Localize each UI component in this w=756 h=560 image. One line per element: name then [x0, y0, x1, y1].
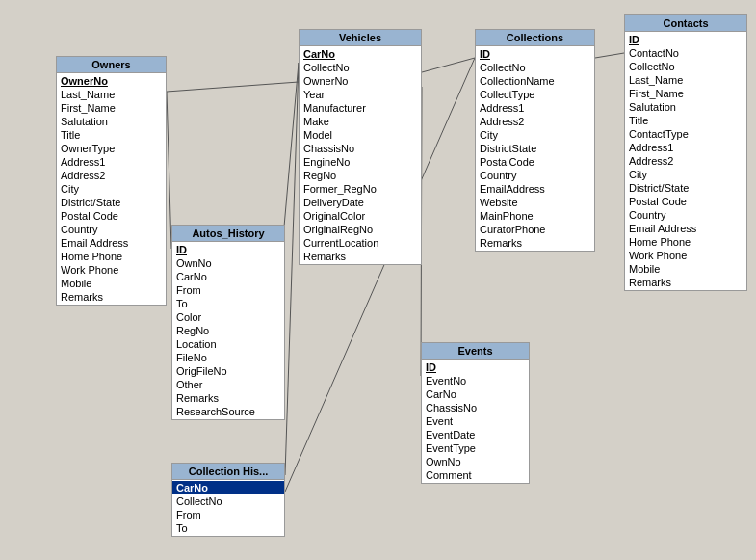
table-row: ContactNo	[625, 46, 746, 60]
table-row: Title	[57, 128, 166, 142]
table-row: City	[57, 182, 166, 196]
table-row: Email Address	[625, 222, 746, 235]
table-row: Former_RegNo	[300, 182, 421, 196]
table-row: Event	[422, 414, 529, 428]
table-row: Address2	[476, 115, 594, 128]
table-vehicles-body: CarNo CollectNo OwnerNo Year Manufacture…	[300, 46, 421, 264]
svg-line-0	[167, 82, 299, 92]
table-row: Country	[57, 223, 166, 236]
table-row: Color	[172, 310, 284, 324]
table-row: Model	[300, 128, 421, 142]
table-collection-his-body: CarNo CollectNo From To	[172, 480, 284, 536]
table-row: CollectionName	[476, 74, 594, 88]
table-row: Postal Code	[57, 209, 166, 223]
table-row: District/State	[57, 196, 166, 209]
table-row: ContactType	[625, 127, 746, 141]
table-owners[interactable]: Owners OwnerNo Last_Name First_Name Salu…	[56, 56, 167, 306]
table-row: ChassisNo	[300, 142, 421, 155]
table-row: RegNo	[172, 324, 284, 337]
table-row: OwnerNo	[57, 74, 166, 88]
table-row: Address2	[625, 154, 746, 168]
table-row: Country	[476, 169, 594, 182]
table-row: CarNo	[422, 387, 529, 401]
table-row: DeliveryDate	[300, 196, 421, 209]
svg-line-2	[282, 63, 299, 249]
table-row: District/State	[625, 181, 746, 195]
table-row: ChassisNo	[422, 401, 529, 414]
table-contacts-header: Contacts	[625, 15, 746, 32]
table-events-header: Events	[422, 343, 529, 360]
table-row: EmailAddress	[476, 182, 594, 196]
table-collection-his[interactable]: Collection His... CarNo CollectNo From T…	[171, 463, 285, 537]
table-row: RegNo	[300, 169, 421, 182]
svg-line-3	[422, 58, 475, 72]
table-row: Last_Name	[625, 73, 746, 87]
db-canvas: Owners OwnerNo Last_Name First_Name Salu…	[0, 0, 756, 560]
table-row: OwnNo	[422, 455, 529, 468]
table-events-body: ID EventNo CarNo ChassisNo Event EventDa…	[422, 360, 529, 483]
table-row: EventDate	[422, 428, 529, 441]
table-row: CuratorPhone	[476, 223, 594, 236]
table-row: Manufacturer	[300, 101, 421, 115]
table-row: Mobile	[625, 262, 746, 276]
table-row: OwnNo	[172, 256, 284, 270]
table-row: OriginalColor	[300, 209, 421, 223]
table-owners-body: OwnerNo Last_Name First_Name Salutation …	[57, 73, 166, 305]
table-row: Salutation	[57, 115, 166, 128]
table-row: Salutation	[625, 100, 746, 114]
table-row: CarNo	[172, 481, 284, 494]
table-row: Remarks	[57, 290, 166, 304]
table-row: Make	[300, 115, 421, 128]
table-row: CollectNo	[172, 494, 284, 508]
table-row: Work Phone	[625, 249, 746, 262]
table-collections-body: ID CollectNo CollectionName CollectType …	[476, 46, 594, 251]
table-row: EngineNo	[300, 155, 421, 169]
table-row: ID	[172, 243, 284, 256]
table-row: Location	[172, 337, 284, 351]
table-row: EventType	[422, 441, 529, 455]
table-contacts-body: ID ContactNo CollectNo Last_Name First_N…	[625, 32, 746, 290]
table-row: Address1	[476, 101, 594, 115]
table-row: ID	[476, 47, 594, 61]
table-row: Last_Name	[57, 88, 166, 101]
table-row: Home Phone	[625, 235, 746, 249]
table-row: CarNo	[172, 270, 284, 283]
table-events[interactable]: Events ID EventNo CarNo ChassisNo Event …	[421, 342, 530, 484]
table-row: First_Name	[57, 101, 166, 115]
table-vehicles-header: Vehicles	[300, 30, 421, 46]
table-row: ResearchSource	[172, 405, 284, 418]
table-row: FileNo	[172, 351, 284, 364]
table-row: OriginalRegNo	[300, 223, 421, 236]
table-autos-history[interactable]: Autos_History ID OwnNo CarNo From To Col…	[171, 225, 285, 420]
table-collections[interactable]: Collections ID CollectNo CollectionName …	[475, 29, 595, 252]
svg-line-6	[285, 63, 299, 475]
table-row: Website	[476, 196, 594, 209]
table-row: CollectType	[476, 88, 594, 101]
table-row: Address1	[625, 141, 746, 154]
table-row: CollectNo	[476, 61, 594, 74]
table-row: Address2	[57, 169, 166, 182]
table-row: City	[625, 168, 746, 181]
table-row: Other	[172, 378, 284, 391]
table-contacts[interactable]: Contacts ID ContactNo CollectNo Last_Nam…	[624, 14, 747, 291]
table-row: Comment	[422, 468, 529, 482]
table-vehicles[interactable]: Vehicles CarNo CollectNo OwnerNo Year Ma…	[299, 29, 422, 265]
table-row: CollectNo	[625, 60, 746, 73]
table-row: ID	[422, 360, 529, 374]
table-row: Title	[625, 114, 746, 127]
table-autos-history-body: ID OwnNo CarNo From To Color RegNo Locat…	[172, 242, 284, 419]
table-row: First_Name	[625, 87, 746, 100]
table-row: ID	[625, 33, 746, 46]
table-row: Remarks	[172, 391, 284, 405]
table-autos-history-header: Autos_History	[172, 226, 284, 242]
table-row: PostalCode	[476, 155, 594, 169]
table-row: CurrentLocation	[300, 236, 421, 250]
table-row: Postal Code	[625, 195, 746, 208]
svg-line-4	[595, 53, 624, 58]
table-row: OwnerNo	[300, 74, 421, 88]
table-row: To	[172, 521, 284, 535]
table-row: OwnerType	[57, 142, 166, 155]
table-row: Year	[300, 88, 421, 101]
table-row: Mobile	[57, 277, 166, 290]
table-row: Remarks	[300, 250, 421, 263]
